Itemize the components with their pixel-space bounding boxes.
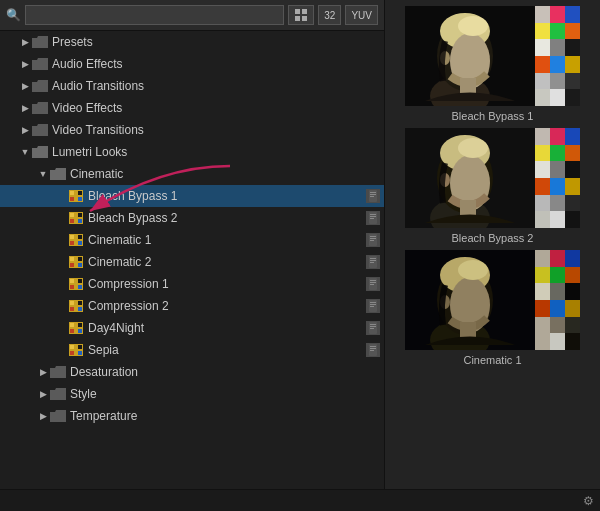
svg-rect-29 <box>370 238 376 239</box>
svg-rect-52 <box>70 307 74 311</box>
tree-item-video-transitions[interactable]: ▶ Video Transitions <box>0 119 384 141</box>
settings-icon[interactable]: ⚙ <box>583 494 594 508</box>
badge-c2 <box>366 255 380 269</box>
svg-rect-41 <box>70 279 74 283</box>
svg-rect-47 <box>370 282 376 283</box>
tree-item-compression-1[interactable]: ▶ Compression 1 <box>0 273 384 295</box>
svg-rect-1 <box>302 9 307 14</box>
badge-bb2 <box>366 211 380 225</box>
tree-item-cinematic-1[interactable]: ▶ Cinematic 1 <box>0 229 384 251</box>
folder-icon-temperature <box>50 410 66 422</box>
tree-item-audio-transitions[interactable]: ▶ Audio Transitions <box>0 75 384 97</box>
tree-item-cinematic-2[interactable]: ▶ Cinematic 2 <box>0 251 384 273</box>
svg-rect-10 <box>370 192 376 193</box>
bitdepth-button[interactable]: 32 <box>318 5 341 25</box>
svg-rect-69 <box>78 345 82 349</box>
svg-rect-6 <box>78 191 82 195</box>
tree-label-bleach-bypass-2: Bleach Bypass 2 <box>88 211 362 225</box>
tree-item-desaturation[interactable]: ▶ Desaturation <box>0 361 384 383</box>
folder-icon-video-effects <box>32 102 48 114</box>
folder-icon-audio-effects <box>32 58 48 70</box>
svg-rect-42 <box>78 279 82 283</box>
tree-item-style[interactable]: ▶ Style <box>0 383 384 405</box>
tree-label-video-effects: Video Effects <box>52 101 380 115</box>
svg-rect-65 <box>370 326 376 327</box>
svg-rect-43 <box>70 285 74 289</box>
preview-card-bleach-bypass-2[interactable]: Bleach Bypass 2 <box>391 128 594 244</box>
tree-label-audio-effects: Audio Effects <box>52 57 380 71</box>
svg-rect-15 <box>78 213 82 217</box>
folder-icon-audio-transitions <box>32 80 48 92</box>
svg-rect-0 <box>295 9 300 14</box>
svg-rect-75 <box>370 350 374 351</box>
tree-item-temperature[interactable]: ▶ Temperature <box>0 405 384 427</box>
tree-item-audio-effects[interactable]: ▶ Audio Effects <box>0 53 384 75</box>
arrow-icon-cinematic: ▼ <box>36 167 50 181</box>
tree-item-video-effects[interactable]: ▶ Video Effects <box>0 97 384 119</box>
badge-sepia <box>366 343 380 357</box>
svg-rect-51 <box>78 301 82 305</box>
tree-item-presets[interactable]: ▶ Presets <box>0 31 384 53</box>
tree-label-cinematic: Cinematic <box>70 167 380 181</box>
preview-card-bleach-bypass-1[interactable]: Bleach Bypass 1 <box>391 6 594 122</box>
folder-icon-presets <box>32 36 48 48</box>
tree-label-bleach-bypass-1: Bleach Bypass 1 <box>88 189 362 203</box>
tree-label-audio-transitions: Audio Transitions <box>52 79 380 93</box>
tree-item-day4night[interactable]: ▶ Day4Night <box>0 317 384 339</box>
tree-label-temperature: Temperature <box>70 409 380 423</box>
search-input[interactable] <box>25 5 284 25</box>
yuv-button[interactable]: YUV <box>345 5 378 25</box>
svg-rect-17 <box>78 219 82 223</box>
svg-rect-5 <box>70 191 74 195</box>
tree-item-lumetri-looks[interactable]: ▼ Lumetri Looks <box>0 141 384 163</box>
tree-item-bleach-bypass-1[interactable]: ▶ Bleach Bypass 1 <box>0 185 384 207</box>
arrow-icon-presets: ▶ <box>18 35 32 49</box>
svg-rect-38 <box>370 260 376 261</box>
arrow-icon-audio-effects: ▶ <box>18 57 32 71</box>
arrow-icon-audio-transitions: ▶ <box>18 79 32 93</box>
preview-label-bb1: Bleach Bypass 1 <box>452 110 534 122</box>
tree-label-desaturation: Desaturation <box>70 365 380 379</box>
tree-label-presets: Presets <box>52 35 380 49</box>
preview-thumb-bb2 <box>405 128 580 228</box>
arrow-icon-video-effects: ▶ <box>18 101 32 115</box>
svg-rect-26 <box>78 241 82 245</box>
svg-rect-7 <box>70 197 74 201</box>
tree-item-compression-2[interactable]: ▶ Compression 2 <box>0 295 384 317</box>
svg-rect-32 <box>70 257 74 261</box>
svg-rect-11 <box>370 194 376 195</box>
color-chart-cinematic-1 <box>535 250 580 350</box>
presets-button[interactable] <box>288 5 314 25</box>
badge-d4n <box>366 321 380 335</box>
tree-label-video-transitions: Video Transitions <box>52 123 380 137</box>
tree-item-bleach-bypass-2[interactable]: ▶ Bleach Bypass 2 <box>0 207 384 229</box>
svg-rect-73 <box>370 346 376 347</box>
svg-rect-55 <box>370 302 376 303</box>
color-chart-bb2 <box>535 128 580 228</box>
svg-rect-19 <box>370 214 376 215</box>
tree-label-compression-2: Compression 2 <box>88 299 362 313</box>
toolbar-icons: 32 YUV <box>288 5 378 25</box>
svg-rect-62 <box>78 329 82 333</box>
svg-rect-39 <box>370 262 374 263</box>
svg-rect-14 <box>70 213 74 217</box>
svg-rect-68 <box>70 345 74 349</box>
tree-item-sepia[interactable]: ▶ Sepia <box>0 339 384 361</box>
svg-rect-60 <box>78 323 82 327</box>
folder-icon-style <box>50 388 66 400</box>
svg-rect-64 <box>370 324 376 325</box>
svg-rect-37 <box>370 258 376 259</box>
right-panel: Bleach Bypass 1 <box>385 0 600 489</box>
arrow-icon-video-transitions: ▶ <box>18 123 32 137</box>
tree-container[interactable]: ▶ Presets ▶ Audio Effects ▶ A <box>0 31 384 489</box>
svg-rect-57 <box>370 306 374 307</box>
badge-bb1 <box>366 189 380 203</box>
preview-card-cinematic-1[interactable]: Cinematic 1 <box>391 250 594 366</box>
search-bar: 🔍 32 YUV <box>0 0 384 31</box>
svg-rect-70 <box>70 351 74 355</box>
preview-thumb-bb1 <box>405 6 580 106</box>
tree-item-cinematic[interactable]: ▼ Cinematic <box>0 163 384 185</box>
svg-rect-30 <box>370 240 374 241</box>
svg-rect-21 <box>370 218 374 219</box>
lut-icon-c1 <box>68 233 84 247</box>
